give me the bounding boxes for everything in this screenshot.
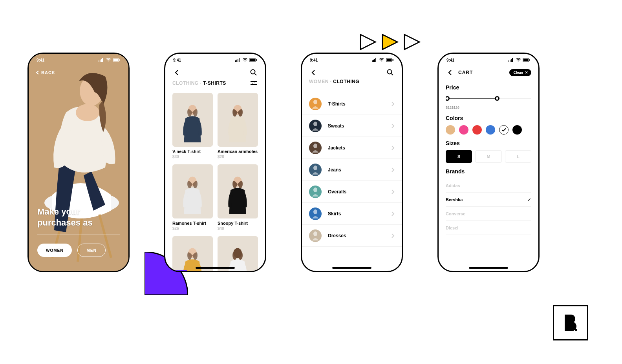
category-row[interactable]: Jeans bbox=[302, 159, 402, 181]
product-price: $28 bbox=[218, 155, 258, 159]
chevron-right-icon bbox=[391, 102, 395, 106]
price-slider[interactable] bbox=[446, 95, 531, 106]
product-image bbox=[218, 93, 258, 147]
back-button[interactable] bbox=[172, 68, 181, 77]
product-card[interactable]: V-neck T-shirt $30 bbox=[172, 93, 213, 159]
svg-rect-28 bbox=[254, 81, 255, 82]
signal-bars-icon bbox=[99, 58, 104, 62]
brand-row[interactable]: Diesel bbox=[446, 221, 531, 235]
color-swatch[interactable] bbox=[446, 125, 455, 135]
svg-point-47 bbox=[313, 122, 317, 126]
svg-rect-13 bbox=[101, 59, 102, 62]
filter-button[interactable] bbox=[249, 79, 258, 87]
svg-marker-0 bbox=[360, 35, 375, 49]
product-image bbox=[172, 164, 213, 218]
home-indicator bbox=[469, 267, 508, 269]
brand-label: Adidas bbox=[446, 183, 460, 188]
color-swatch[interactable] bbox=[499, 125, 509, 135]
chevron-right-icon bbox=[391, 167, 395, 172]
search-button[interactable] bbox=[386, 68, 395, 77]
brand-row[interactable]: Bershka✓ bbox=[446, 193, 531, 207]
category-row[interactable]: Skirts bbox=[302, 203, 402, 225]
color-swatch[interactable] bbox=[512, 125, 522, 135]
signal-bars-icon bbox=[235, 58, 241, 62]
breadcrumb: WOMEN · CLOTHING bbox=[309, 79, 359, 84]
color-swatch[interactable] bbox=[486, 125, 495, 135]
back-button[interactable]: BACK bbox=[36, 70, 55, 75]
category-label: Dresses bbox=[328, 233, 391, 238]
brand-row[interactable]: Adidas bbox=[446, 178, 531, 193]
section-brands: Brands bbox=[446, 168, 531, 175]
svg-point-51 bbox=[313, 209, 317, 214]
product-title: Snoopy T-shirt bbox=[218, 221, 258, 226]
svg-rect-14 bbox=[102, 58, 103, 62]
size-button[interactable]: M bbox=[475, 150, 501, 163]
clean-chip[interactable]: Clean ✕ bbox=[509, 69, 531, 76]
product-card[interactable]: American armholes $28 bbox=[218, 93, 258, 159]
women-button[interactable]: WOMEN bbox=[37, 244, 72, 257]
search-button[interactable] bbox=[249, 68, 258, 77]
back-button[interactable] bbox=[446, 68, 454, 77]
divider bbox=[37, 235, 120, 235]
color-swatch[interactable] bbox=[459, 125, 468, 135]
category-row[interactable]: T-Shirts bbox=[302, 93, 402, 115]
svg-point-52 bbox=[313, 231, 317, 236]
hero-headline: Make your purchases as bbox=[37, 206, 93, 228]
svg-rect-39 bbox=[374, 59, 375, 62]
product-title: Ramones T-shirt bbox=[172, 221, 213, 226]
size-button[interactable]: L bbox=[505, 150, 531, 163]
product-card[interactable] bbox=[218, 236, 258, 271]
svg-rect-17 bbox=[119, 59, 120, 61]
product-title: V-neck T-shirt bbox=[172, 149, 213, 154]
back-button[interactable] bbox=[309, 68, 318, 77]
product-card[interactable]: Snoopy T-shirt $40 bbox=[218, 164, 258, 230]
svg-rect-40 bbox=[375, 58, 376, 62]
category-label: Skirts bbox=[328, 211, 391, 217]
svg-point-49 bbox=[313, 166, 317, 170]
category-row[interactable]: Overalls bbox=[302, 181, 402, 203]
close-icon: ✕ bbox=[525, 71, 528, 75]
chevron-right-icon bbox=[391, 211, 395, 216]
decorative-triangles bbox=[359, 33, 421, 51]
product-card[interactable]: Ramones T-shirt $26 bbox=[172, 164, 213, 230]
svg-rect-43 bbox=[393, 59, 393, 61]
svg-rect-55 bbox=[511, 59, 512, 62]
category-row[interactable]: Dresses bbox=[302, 225, 402, 247]
svg-marker-1 bbox=[382, 35, 397, 49]
size-button[interactable]: S bbox=[446, 150, 472, 163]
battery-icon bbox=[523, 58, 531, 62]
slider-knob-min[interactable] bbox=[446, 96, 450, 101]
check-icon bbox=[501, 128, 506, 132]
svg-point-50 bbox=[313, 187, 317, 192]
svg-rect-19 bbox=[236, 60, 237, 62]
category-avatar bbox=[309, 229, 322, 242]
men-button[interactable]: MEN bbox=[77, 244, 105, 257]
svg-rect-12 bbox=[100, 60, 101, 62]
product-card[interactable] bbox=[172, 236, 213, 271]
search-icon bbox=[387, 69, 394, 76]
brand-label: Bershka bbox=[446, 197, 463, 202]
phone-screen-products: 9:41 CLOTHING · T-SHIRTS bbox=[164, 53, 266, 272]
category-row[interactable]: Sweats bbox=[302, 115, 402, 137]
status-time: 9:41 bbox=[37, 58, 44, 62]
category-avatar bbox=[309, 98, 322, 110]
svg-rect-30 bbox=[252, 84, 253, 85]
category-row[interactable]: Jackets bbox=[302, 137, 402, 159]
category-label: Sweats bbox=[328, 123, 391, 129]
wifi-icon bbox=[516, 58, 521, 62]
phone-screen-hero: 9:41 BACK Make your purchases as WOMEN M… bbox=[27, 53, 130, 272]
svg-line-26 bbox=[255, 74, 257, 76]
color-swatch[interactable] bbox=[472, 125, 482, 135]
status-bar: 9:41 bbox=[29, 54, 128, 65]
category-avatar bbox=[309, 142, 322, 154]
check-icon: ✓ bbox=[527, 197, 531, 202]
svg-rect-16 bbox=[113, 59, 119, 61]
slider-knob-max[interactable] bbox=[495, 96, 499, 101]
chevron-left-icon bbox=[311, 70, 315, 75]
battery-icon bbox=[113, 58, 121, 62]
svg-marker-2 bbox=[404, 35, 419, 49]
brand-row[interactable]: Converse bbox=[446, 207, 531, 221]
svg-rect-11 bbox=[99, 60, 99, 62]
product-image bbox=[218, 164, 258, 218]
status-time: 9:41 bbox=[446, 58, 454, 62]
